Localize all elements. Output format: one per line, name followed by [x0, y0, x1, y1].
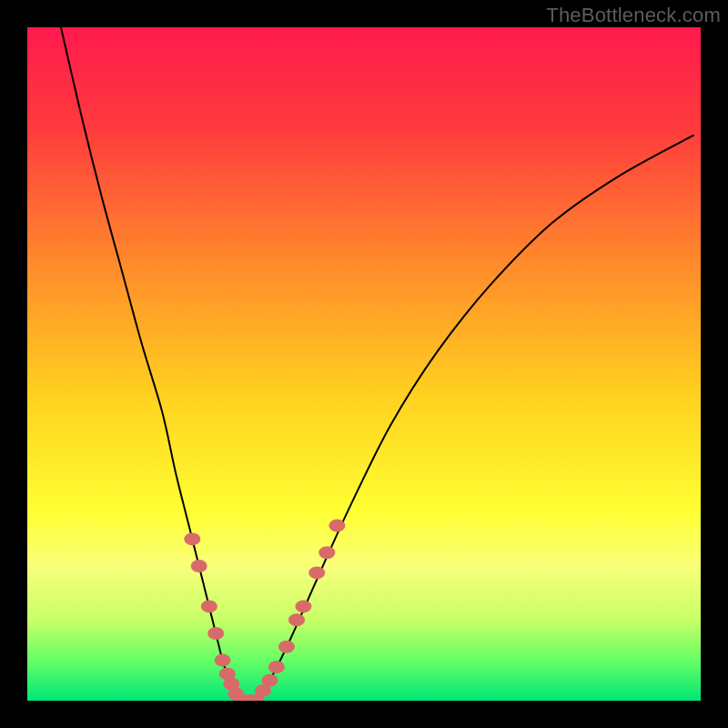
chart-frame: TheBottleneck.com	[0, 0, 728, 728]
data-marker	[268, 661, 285, 673]
data-marker	[184, 532, 200, 545]
data-marker	[261, 674, 278, 687]
bottleneck-curve	[61, 27, 694, 701]
plot-area	[27, 27, 701, 701]
watermark-text: TheBottleneck.com	[546, 4, 721, 27]
data-marker	[308, 566, 325, 579]
data-marker	[329, 520, 345, 532]
data-marker	[215, 654, 231, 667]
data-marker	[288, 613, 305, 626]
data-marker	[207, 627, 224, 640]
data-marker	[278, 641, 295, 653]
data-marker	[201, 600, 217, 612]
data-marker	[295, 600, 311, 612]
data-marker	[191, 560, 207, 572]
data-marker	[318, 546, 335, 559]
chart-svg	[27, 27, 701, 701]
